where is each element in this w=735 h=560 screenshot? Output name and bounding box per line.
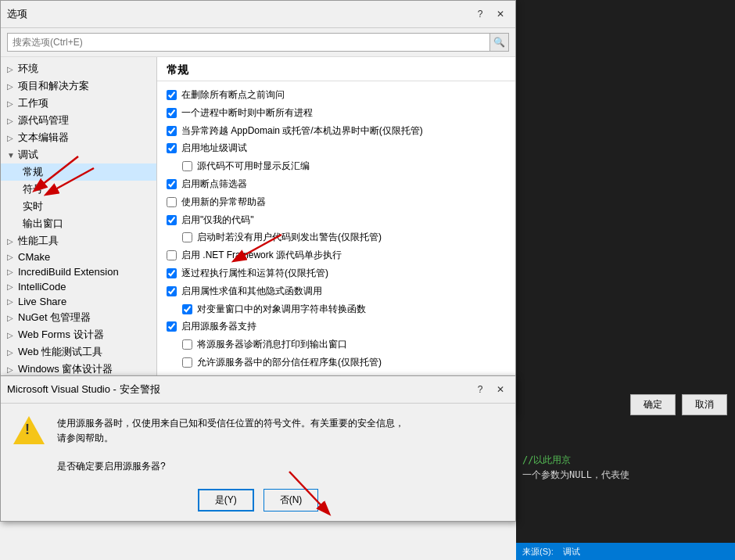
security-message: 使用源服务器时，仅使用来自已知和受信任位置的符号文件。有关重要的安全信息，请参阅… [57, 416, 503, 446]
warning-icon: ! [13, 416, 45, 447]
content-area: ▷ 环境 ▷ 项目和解决方案 ▷ 工作项 ▷ 源代码管理 [1, 57, 515, 413]
cancel-button[interactable]: 取消 [682, 394, 727, 415]
tree-label: 调试 [18, 148, 153, 162]
cb-label-s10: 启用 .NET Framework 源代码单步执行 [181, 249, 342, 262]
cb-s13[interactable] [182, 304, 192, 314]
expand-arrow: ▷ [7, 314, 18, 322]
tree-item-liveshare[interactable]: ▷ Live Share [1, 294, 156, 309]
cb-label-s15: 将源服务器诊断消息打印到输出窗口 [197, 338, 347, 351]
no-button[interactable]: 否(N) [264, 489, 319, 512]
tree-label: 常规 [23, 165, 153, 179]
tree-panel: ▷ 环境 ▷ 项目和解决方案 ▷ 工作项 ▷ 源代码管理 [1, 57, 157, 413]
tree-item-cmake[interactable]: ▷ CMake [1, 249, 156, 264]
cb-s3[interactable] [167, 126, 177, 136]
search-input[interactable] [7, 33, 490, 52]
setting-s6: 启用断点筛选器 [167, 175, 506, 193]
tree-label: 输出窗口 [23, 217, 153, 231]
tree-item-fuhao[interactable]: 符号 [1, 181, 156, 198]
tree-item-wenben[interactable]: ▷ 文本编辑器 [1, 129, 156, 146]
dialog-body: 🔍 ▷ 环境 ▷ 项目和解决方案 ▷ 工作项 [1, 28, 515, 413]
expand-arrow: ▷ [7, 65, 18, 74]
expand-arrow: ▷ [7, 365, 18, 374]
tree-label: Windows 窗体设计器 [18, 362, 153, 376]
tree-item-changgui[interactable]: 常规 [1, 163, 156, 181]
cb-s14[interactable] [167, 321, 177, 332]
tree-item-webperf[interactable]: ▷ Web 性能测试工具 [1, 343, 156, 361]
security-body: ! 使用源服务器时，仅使用来自已知和受信任位置的符号文件。有关重要的安全信息，请… [1, 404, 515, 454]
tree-item-shuchu[interactable]: 输出窗口 [1, 215, 156, 232]
settings-content: 在删除所有断点之前询问 一个进程中断时则中断所有进程 当异常跨越 AppDoma… [157, 81, 515, 394]
search-icon[interactable]: 🔍 [490, 33, 509, 52]
setting-s7: 使用新的异常帮助器 [167, 193, 506, 211]
expand-arrow: ▷ [7, 134, 18, 142]
warning-exclamation: ! [25, 422, 30, 436]
status-source-label: 来源(S): [522, 546, 554, 558]
cb-label-s8: 启用"仅我的代码" [181, 214, 254, 227]
expand-arrow: ▷ [7, 282, 18, 291]
cb-s9[interactable] [182, 232, 192, 242]
expand-arrow: ▷ [7, 237, 18, 246]
tree-label: IncrediBuild Extension [18, 266, 153, 278]
cb-s7[interactable] [167, 197, 177, 207]
help-button[interactable]: ? [471, 5, 489, 23]
tree-item-intellicode[interactable]: ▷ IntelliCode [1, 279, 156, 294]
cb-s2[interactable] [167, 108, 177, 118]
tree-item-incredibuild[interactable]: ▷ IncrediBuild Extension [1, 264, 156, 279]
tree-item-huanjing[interactable]: ▷ 环境 [1, 60, 156, 77]
setting-s8: 启用"仅我的代码" [167, 211, 506, 229]
sec-titlebar-buttons: ? ✕ [471, 381, 509, 398]
expand-arrow: ▷ [7, 117, 18, 125]
expand-arrow: ▷ [7, 267, 18, 276]
tree-item-tiaoshi[interactable]: ▼ 调试 [1, 146, 156, 163]
cb-s5[interactable] [182, 161, 192, 171]
expand-arrow: ▷ [7, 348, 18, 357]
cb-label-s5: 源代码不可用时显示反汇编 [197, 160, 310, 173]
cb-label-s14: 启用源服务器支持 [181, 320, 256, 333]
security-dialog: Microsoft Visual Studio - 安全警报 ? ✕ ! 使用源… [0, 375, 516, 522]
tree-item-yuandaima[interactable]: ▷ 源代码管理 [1, 112, 156, 129]
tree-item-xingneng[interactable]: ▷ 性能工具 [1, 232, 156, 249]
cb-label-s2: 一个进程中断时则中断所有进程 [181, 106, 313, 120]
tree-item-gongzuoxiang[interactable]: ▷ 工作项 [1, 95, 156, 112]
yes-button[interactable]: 是(Y) [198, 489, 254, 512]
cb-label-s16: 允许源服务器中的部分信任程序集(仅限托管) [197, 356, 382, 369]
status-source-value: 调试 [563, 546, 580, 558]
setting-s15: 将源服务器诊断消息打印到输出窗口 [167, 336, 506, 354]
tree-label: 实时 [23, 199, 153, 214]
tree-label: Live Share [18, 296, 153, 307]
cb-s15[interactable] [182, 339, 192, 350]
tree-label: NuGet 包管理器 [18, 311, 153, 325]
security-footer: 是(Y) 否(N) [1, 483, 515, 521]
tree-item-shishi[interactable]: 实时 [1, 198, 156, 215]
status-bar: 来源(S): 调试 [516, 543, 735, 560]
tree-label: 符号 [23, 182, 153, 196]
tree-label: Web 性能测试工具 [18, 345, 153, 359]
sec-close-button[interactable]: ✕ [492, 381, 509, 398]
settings-panel: 常规 在删除所有断点之前询问 一个进程中断时则中断所有进程 当异常跨越 AppD… [157, 57, 515, 413]
tree-item-nuget[interactable]: ▷ NuGet 包管理器 [1, 309, 156, 326]
tree-label: IntelliCode [18, 281, 153, 293]
cb-s8[interactable] [167, 215, 177, 225]
cb-s12[interactable] [167, 286, 177, 296]
cb-s16[interactable] [182, 357, 192, 368]
security-titlebar: Microsoft Visual Studio - 安全警报 ? ✕ [1, 376, 515, 404]
close-button[interactable]: ✕ [492, 5, 509, 23]
setting-s1: 在删除所有断点之前询问 [167, 86, 506, 104]
cb-label-s4: 启用地址级调试 [181, 142, 247, 155]
ok-button[interactable]: 确定 [630, 394, 676, 415]
code-background: //以此用京 一个参数为NULL，代表使 [516, 0, 735, 560]
cb-s1[interactable] [167, 90, 177, 100]
tree-item-webforms[interactable]: ▷ Web Forms 设计器 [1, 326, 156, 343]
settings-header: 常规 [157, 57, 515, 81]
tree-item-xiangmu[interactable]: ▷ 项目和解决方案 [1, 77, 156, 95]
code-line-2: 一个参数为NULL，代表使 [516, 468, 735, 483]
tree-label: 环境 [18, 62, 153, 76]
tree-label: 文本编辑器 [18, 131, 153, 145]
sec-help-button[interactable]: ? [471, 381, 489, 398]
tree-label: 项目和解决方案 [18, 79, 153, 93]
cb-s11[interactable] [167, 268, 177, 278]
cb-label-s12: 启用属性求值和其他隐式函数调用 [181, 285, 322, 298]
cb-s10[interactable] [167, 250, 177, 260]
cb-s6[interactable] [167, 179, 177, 189]
cb-s4[interactable] [167, 143, 177, 153]
